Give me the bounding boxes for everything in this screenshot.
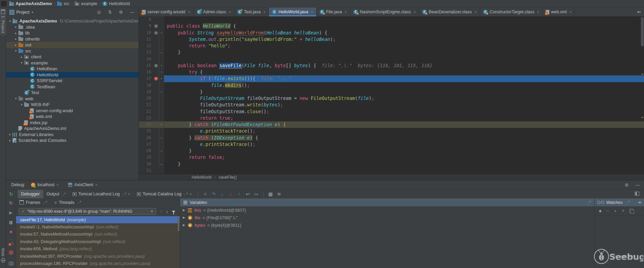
variable-row[interactable]: ▶pfile= {File@3798} ".\.": [180, 214, 594, 221]
close-icon[interactable]: ×: [57, 183, 59, 187]
scrollbar-thumb[interactable]: [641, 17, 644, 46]
step-over-icon[interactable]: ↷: [209, 191, 218, 197]
code-line[interactable]: 15↑▾ public boolean saveFile(File file, …: [139, 62, 644, 69]
debug-view-tab[interactable]: Output→*: [43, 190, 69, 198]
code-line[interactable]: 18 file.mkdirs();: [139, 82, 644, 89]
tree-toggle-icon[interactable]: ▸: [13, 37, 18, 41]
frame-row[interactable]: processMessage:186, RPCProvider(org.apac…: [16, 260, 180, 267]
pin-icon[interactable]: →*: [61, 192, 66, 196]
code-editor[interactable]: 89↑public class HelloWorld {10↑▾ public …: [139, 16, 644, 174]
override-marker-icon[interactable]: ↑: [154, 31, 158, 35]
view-breakpoints-icon[interactable]: [6, 242, 16, 247]
override-marker-icon[interactable]: ↑: [154, 24, 158, 28]
show-execution-point-icon[interactable]: ≡: [201, 191, 209, 197]
debug-session-tab[interactable]: localhost×: [28, 180, 62, 189]
app-icon[interactable]: [1, 1, 6, 6]
pause-icon[interactable]: [6, 220, 16, 225]
code-line[interactable]: 24▾ } catch (FileNotFoundException e) {: [139, 121, 644, 128]
debug-session-tab[interactable]: AxisClient×: [65, 180, 101, 189]
tree-toggle-icon[interactable]: ▸: [13, 31, 18, 35]
close-icon[interactable]: ×: [188, 10, 190, 14]
code-line[interactable]: 12 return "hello";: [139, 43, 644, 49]
fold-marker-icon[interactable]: ▾: [159, 30, 164, 36]
code-line[interactable]: 13▴ }: [139, 49, 644, 56]
pin-icon[interactable]: →*: [122, 192, 126, 196]
chevron-down-icon[interactable]: ▾: [32, 11, 33, 14]
add-watch-icon[interactable]: +: [599, 208, 602, 214]
close-icon[interactable]: ×: [229, 10, 231, 14]
tree-row[interactable]: ▾WEB-INF: [6, 102, 139, 108]
debug-view-tab[interactable]: Debugger: [18, 190, 43, 198]
tree-row[interactable]: ▸Scratches and Consoles: [6, 137, 139, 144]
editor-scrollbar[interactable]: [641, 16, 644, 174]
editor-tab[interactable]: CConstructorTarget.class×: [480, 8, 543, 16]
debug-view-tab[interactable]: Tomcat Localhost Log→*×: [69, 190, 133, 198]
move-down-icon[interactable]: ▼: [622, 209, 625, 212]
hide-panel-icon[interactable]: —: [130, 10, 134, 15]
tree-row[interactable]: ▸otherlib: [6, 36, 139, 42]
close-icon[interactable]: ×: [190, 192, 192, 196]
tree-toggle-icon[interactable]: ▾: [19, 61, 24, 64]
settings-icon[interactable]: ⚙: [119, 10, 123, 15]
hide-panel-icon[interactable]: —: [635, 182, 640, 188]
thread-dump-icon[interactable]: [6, 261, 16, 266]
tab-list-icon[interactable]: ▾≡: [637, 10, 641, 14]
restart-icon[interactable]: ↻: [6, 200, 16, 206]
tree-row[interactable]: JSPindex.jsp: [6, 120, 139, 126]
editor-tab[interactable]: CAdmin.class×: [194, 8, 235, 16]
tree-toggle-icon[interactable]: ▾: [13, 97, 18, 100]
pin-icon[interactable]: →*: [625, 200, 629, 204]
fold-marker-icon[interactable]: ▾: [159, 75, 164, 82]
previous-frame-icon[interactable]: ↑: [160, 209, 162, 214]
variable-row[interactable]: ▶this= {HelloWorld@3807}: [180, 206, 594, 214]
breadcrumb-class[interactable]: HelloWorld: [192, 175, 211, 180]
evaluate-expression-icon[interactable]: ▦: [266, 191, 275, 197]
debug-view-tab[interactable]: Tomcat Catalina Log→*×: [133, 190, 195, 198]
breadcrumb-method[interactable]: saveFile(): [219, 175, 237, 180]
tree-row[interactable]: ApacheAxisDemo.iml: [6, 125, 139, 132]
tree-row[interactable]: ▸lib: [6, 30, 139, 36]
force-step-into-icon[interactable]: ↓: [226, 191, 235, 197]
settings-icon[interactable]: ⚙: [625, 182, 629, 188]
code-line[interactable]: 23 return true;: [139, 115, 644, 121]
editor-tab[interactable]: <>server-config.wssdd×: [139, 8, 194, 16]
stop-icon[interactable]: ■: [6, 229, 16, 234]
expand-icon[interactable]: ▶: [183, 216, 188, 219]
code-line[interactable]: 17✓▾ if (!file.exists()){ file: ".\.": [139, 75, 644, 82]
fold-marker-icon[interactable]: ▾: [159, 62, 164, 69]
tree-toggle-icon[interactable]: ▸: [7, 139, 13, 142]
analysis-mark[interactable]: [641, 117, 643, 118]
frame-row[interactable]: invoke:57, NativeMethodAccessorImpl(sun.…: [16, 231, 180, 238]
close-icon[interactable]: ×: [537, 10, 539, 14]
frame-row[interactable]: invoke0:-1, NativeMethodAccessorImpl(sun…: [16, 223, 180, 230]
tree-row[interactable]: ▸.idea: [6, 24, 139, 30]
code-line[interactable]: 20 FileOutputStream fileOutputStream = n…: [139, 95, 644, 102]
view-menu-icon[interactable]: ▾≡: [638, 200, 641, 204]
code-line[interactable]: 29 return false;: [139, 154, 644, 161]
restore-layout-icon[interactable]: [635, 192, 639, 196]
tree-toggle-icon[interactable]: ▾: [19, 103, 24, 106]
run-to-cursor-icon[interactable]: ↦: [252, 191, 260, 197]
fold-marker-icon[interactable]: ▴: [159, 135, 164, 141]
close-icon[interactable]: ×: [474, 10, 477, 14]
remove-watch-icon[interactable]: −: [607, 208, 609, 213]
editor-tab[interactable]: CTest.java×: [234, 8, 269, 16]
pin-icon[interactable]: →*: [586, 200, 591, 204]
pin-icon[interactable]: →*: [183, 192, 188, 196]
tree-row[interactable]: ▸client: [6, 54, 139, 60]
close-icon[interactable]: ×: [569, 10, 571, 14]
view-options-icon[interactable]: ≋: [275, 191, 283, 197]
tree-row[interactable]: CHelloBean: [6, 66, 139, 72]
frames-scrollbar-thumb[interactable]: [178, 217, 179, 231]
fold-marker-icon[interactable]: ▴: [159, 49, 164, 56]
tree-row[interactable]: <>server-config.wsdd: [6, 108, 139, 114]
code-line[interactable]: 10↑▾ public String sayHelloWorldFrom(Hel…: [139, 30, 644, 36]
step-into-icon[interactable]: ↓: [218, 191, 226, 197]
thread-dropdown[interactable]: ✓ "http-nio-8080-exec-9"@3,649 in group …: [19, 208, 156, 215]
resume-program-icon[interactable]: ▶: [6, 210, 16, 215]
breadcrumb-item[interactable]: src: [57, 1, 69, 6]
tree-toggle-icon[interactable]: ▸: [13, 25, 18, 29]
tree-row[interactable]: CSSRFServlet: [6, 78, 139, 84]
code-line[interactable]: 19▴ }: [139, 89, 644, 95]
frame-row[interactable]: invokeMethod:397, RPCProvider(org.apache…: [16, 253, 180, 260]
